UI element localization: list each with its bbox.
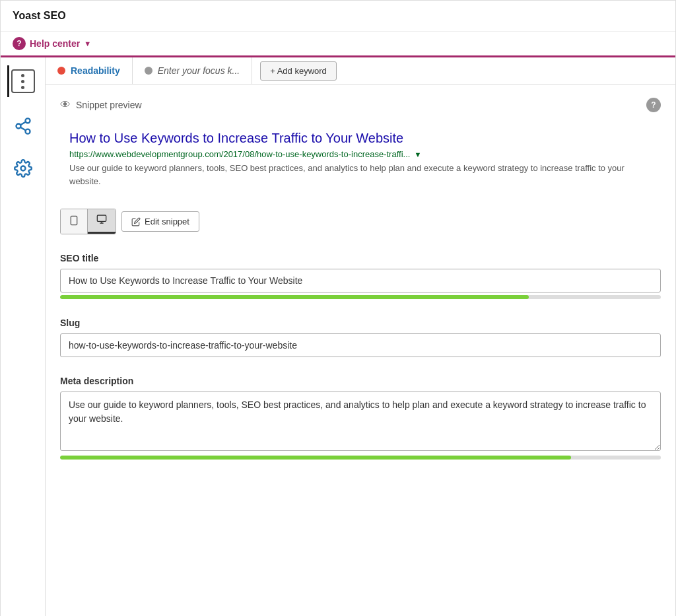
svg-rect-8 [97, 215, 106, 221]
snippet-preview-text: Snippet preview [76, 100, 142, 110]
readability-dot [57, 67, 65, 75]
meta-description-section: Meta description Use our guide to keywor… [60, 376, 661, 460]
content-area: Readability Enter your focus k... + Add … [46, 57, 675, 616]
seo-title-progress-bar [60, 295, 529, 299]
share-icon [14, 117, 32, 135]
tab-readability-label: Readability [71, 65, 120, 76]
pencil-icon [131, 217, 141, 226]
mobile-device-button[interactable] [61, 209, 88, 234]
app-title: Yoast SEO [13, 10, 66, 21]
edit-snippet-label: Edit snippet [145, 217, 189, 226]
slug-input[interactable] [60, 333, 661, 357]
snippet-actions: Edit snippet [60, 209, 661, 234]
svg-line-3 [20, 127, 26, 131]
seo-title-section: SEO title [60, 253, 661, 299]
seo-title-label: SEO title [60, 253, 661, 263]
settings-icon [14, 159, 32, 178]
seo-title-input[interactable] [60, 269, 661, 292]
snippet-title[interactable]: How to Use Keywords to Increase Traffic … [69, 129, 652, 147]
snippet-help-icon[interactable]: ? [646, 98, 661, 112]
snippet-url: https://www.webdevelopmentgroup.com/2017… [69, 149, 410, 159]
eye-icon: 👁 [60, 99, 71, 111]
keyword-dot [145, 67, 152, 75]
sidebar [1, 57, 46, 616]
snippet-box: How to Use Keywords to Increase Traffic … [60, 121, 661, 198]
sidebar-item-panel[interactable] [7, 65, 39, 97]
tab-keyword-label: Enter your focus k... [158, 65, 240, 76]
sidebar-item-share[interactable] [10, 113, 36, 139]
tab-focus-keyword[interactable]: Enter your focus k... [133, 57, 253, 84]
help-bar: ? Help center ▼ [1, 32, 675, 57]
mobile-icon [69, 215, 79, 226]
panel-content: 👁 Snippet preview ? How to Use Keywords … [46, 85, 675, 473]
help-icon[interactable]: ? [13, 37, 26, 50]
app-header: Yoast SEO [1, 1, 675, 32]
meta-description-textarea[interactable]: Use our guide to keyword planners, tools… [60, 392, 661, 451]
help-center-label[interactable]: Help center [30, 38, 80, 49]
seo-title-progress-container [60, 295, 661, 299]
sidebar-item-settings[interactable] [10, 155, 36, 182]
app-wrapper: Yoast SEO ? Help center ▼ [0, 0, 676, 616]
snippet-url-row: https://www.webdevelopmentgroup.com/2017… [69, 149, 652, 159]
svg-line-4 [20, 122, 26, 125]
edit-snippet-button[interactable]: Edit snippet [121, 211, 199, 232]
device-toggle [60, 209, 116, 234]
svg-point-5 [20, 166, 25, 171]
slug-label: Slug [60, 318, 661, 328]
meta-description-progress-bar [60, 456, 571, 460]
meta-description-progress-container [60, 456, 661, 460]
help-chevron-icon[interactable]: ▼ [84, 40, 91, 48]
desktop-icon [96, 214, 108, 224]
snippet-preview-label: 👁 Snippet preview [60, 99, 142, 111]
desktop-device-button[interactable] [88, 209, 116, 234]
panel-icon [21, 74, 24, 89]
snippet-url-dropdown-icon[interactable]: ▼ [414, 151, 421, 158]
tab-readability[interactable]: Readability [46, 57, 133, 84]
panel-icon-box [11, 69, 35, 93]
slug-section: Slug [60, 318, 661, 357]
add-keyword-button[interactable]: + Add keyword [260, 61, 337, 81]
main-layout: Readability Enter your focus k... + Add … [1, 57, 675, 616]
snippet-description: Use our guide to keyword planners, tools… [69, 162, 652, 188]
meta-description-label: Meta description [60, 376, 661, 386]
tabs-bar: Readability Enter your focus k... + Add … [46, 57, 675, 85]
snippet-preview-header: 👁 Snippet preview ? [60, 98, 661, 112]
